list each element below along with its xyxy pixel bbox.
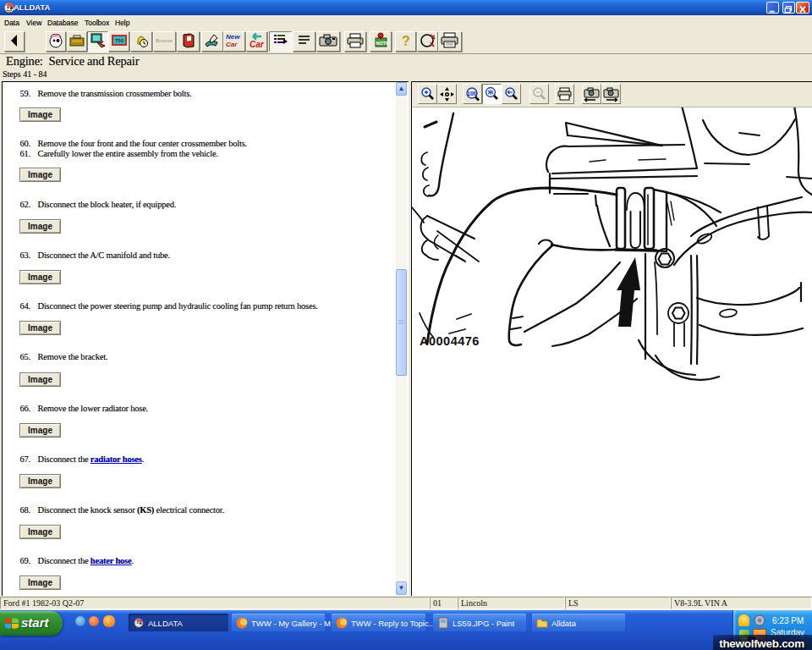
svg-text:Car: Car xyxy=(250,40,265,49)
svg-text:NOTE: NOTE xyxy=(376,41,390,46)
svg-text:New: New xyxy=(226,33,240,41)
svg-text:A0004476: A0004476 xyxy=(420,334,480,348)
svg-text:100: 100 xyxy=(467,91,477,96)
svg-text:Browse: Browse xyxy=(156,38,173,43)
svg-text:Car: Car xyxy=(226,41,238,48)
svg-text:750: 750 xyxy=(115,38,124,43)
svg-text:?: ? xyxy=(402,34,410,48)
